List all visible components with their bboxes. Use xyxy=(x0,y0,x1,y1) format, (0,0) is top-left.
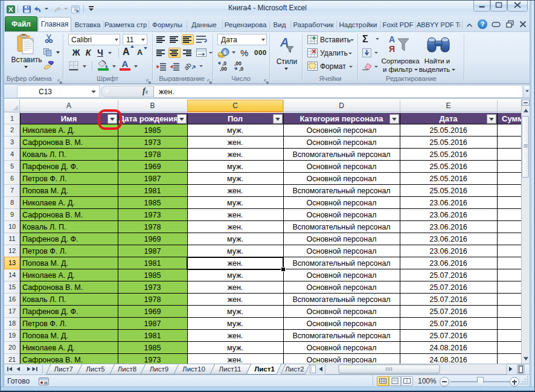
svg-text:,00: ,00 xyxy=(220,66,227,71)
svg-text:Лист10: Лист10 xyxy=(182,365,205,373)
svg-text:ab: ab xyxy=(184,61,193,71)
svg-text:А: А xyxy=(389,34,395,44)
svg-text:,0: ,0 xyxy=(239,66,243,71)
svg-text:Лист2: Лист2 xyxy=(285,365,304,373)
svg-text:Лист11: Лист11 xyxy=(219,365,242,373)
svg-text:Я: Я xyxy=(389,44,395,54)
svg-text:Лист5: Лист5 xyxy=(86,365,104,373)
svg-text:Лист1: Лист1 xyxy=(254,365,275,373)
svg-text:Лист9: Лист9 xyxy=(150,365,168,373)
svg-text:Лист7: Лист7 xyxy=(54,365,73,373)
svg-text:$: $ xyxy=(223,50,226,56)
svg-text:Лист8: Лист8 xyxy=(118,365,136,373)
